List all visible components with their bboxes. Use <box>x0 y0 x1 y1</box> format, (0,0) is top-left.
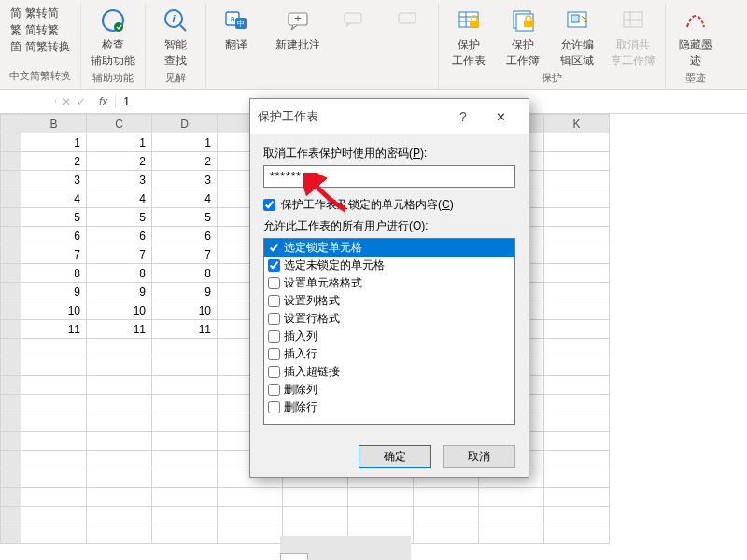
cell[interactable] <box>87 413 152 432</box>
cell[interactable] <box>283 507 348 525</box>
row-header[interactable] <box>1 376 21 395</box>
cell[interactable] <box>21 525 87 544</box>
btn-smart-lookup[interactable]: i 智能 查找 <box>155 6 196 69</box>
cell[interactable]: 7 <box>87 245 152 264</box>
cell[interactable]: 4 <box>87 189 152 208</box>
btn-protect-sheet[interactable]: 保护 工作表 <box>448 6 489 69</box>
cell[interactable]: 11 <box>152 320 218 339</box>
cell[interactable] <box>21 507 87 525</box>
cell[interactable] <box>414 488 479 507</box>
permission-item[interactable]: 设置行格式 <box>264 310 514 328</box>
row-header[interactable] <box>1 507 21 525</box>
cell[interactable] <box>479 507 544 525</box>
cell[interactable] <box>152 395 218 413</box>
cancel-icon[interactable]: ✕ <box>62 95 71 108</box>
cell[interactable]: 6 <box>152 227 218 245</box>
cell[interactable] <box>21 376 87 395</box>
permission-item[interactable]: 选定未锁定的单元格 <box>264 257 514 274</box>
cell[interactable] <box>152 451 218 469</box>
btn-new-comment[interactable]: + 新建批注 <box>275 6 320 53</box>
cell[interactable] <box>544 189 610 208</box>
cell[interactable] <box>152 507 218 525</box>
cell[interactable]: 10 <box>152 301 218 320</box>
cell[interactable] <box>21 488 87 507</box>
cell[interactable]: 6 <box>87 227 152 245</box>
cell[interactable] <box>544 245 610 264</box>
cell[interactable]: 10 <box>21 301 87 320</box>
permission-item[interactable]: 删除列 <box>264 381 514 399</box>
permission-item[interactable]: 设置单元格格式 <box>264 274 514 292</box>
row-header[interactable] <box>1 227 21 245</box>
cell[interactable] <box>87 376 152 395</box>
permission-item[interactable]: 插入超链接 <box>264 363 514 381</box>
cell[interactable]: 9 <box>152 283 218 301</box>
permission-item[interactable]: 删除行 <box>264 399 514 416</box>
cell[interactable] <box>348 488 414 507</box>
row-header[interactable] <box>1 413 21 432</box>
row-header[interactable] <box>1 264 21 283</box>
cell[interactable]: 7 <box>21 245 87 264</box>
cell[interactable]: 3 <box>21 171 87 189</box>
cell[interactable] <box>544 301 610 320</box>
row-header[interactable] <box>1 395 21 413</box>
btn-traditional-simplified[interactable]: 简 繁转简 繁 简转繁 箇 简繁转换 <box>10 6 69 54</box>
cell[interactable]: 2 <box>87 152 152 171</box>
password-input[interactable] <box>263 165 515 188</box>
row-header[interactable] <box>1 339 21 357</box>
cell[interactable]: 11 <box>87 320 152 339</box>
cell[interactable] <box>348 507 414 525</box>
cell[interactable] <box>479 488 544 507</box>
cell[interactable] <box>152 376 218 395</box>
cell[interactable]: 7 <box>152 245 218 264</box>
cell[interactable] <box>87 507 152 525</box>
cell[interactable]: 1 <box>87 133 152 152</box>
cell[interactable] <box>544 152 610 171</box>
cell[interactable] <box>544 227 610 245</box>
help-button[interactable]: ? <box>446 109 480 124</box>
cell[interactable] <box>87 432 152 451</box>
row-header[interactable] <box>1 152 21 171</box>
row-header[interactable] <box>1 133 21 152</box>
cancel-button[interactable]: 取消 <box>443 445 515 468</box>
cell[interactable] <box>544 283 610 301</box>
row-header[interactable] <box>1 283 21 301</box>
permission-item[interactable]: 设置列格式 <box>264 292 514 310</box>
cell[interactable] <box>544 357 610 376</box>
sheet-tab[interactable] <box>280 553 308 560</box>
cell[interactable] <box>544 395 610 413</box>
permission-item[interactable]: 选定锁定单元格 <box>264 239 514 257</box>
column-header[interactable] <box>1 115 21 133</box>
cell[interactable] <box>21 395 87 413</box>
cell[interactable]: 5 <box>87 208 152 227</box>
cell[interactable]: 1 <box>152 133 218 152</box>
cell[interactable] <box>479 525 544 544</box>
name-box[interactable] <box>0 100 56 104</box>
cell[interactable] <box>21 451 87 469</box>
column-header[interactable]: C <box>87 115 152 133</box>
cell[interactable] <box>544 488 610 507</box>
column-header[interactable]: K <box>544 115 610 133</box>
cell[interactable]: 8 <box>87 264 152 283</box>
cell[interactable] <box>152 339 218 357</box>
cell[interactable] <box>218 507 283 525</box>
cell[interactable] <box>21 469 87 488</box>
cell[interactable] <box>21 432 87 451</box>
cell[interactable] <box>544 432 610 451</box>
row-header[interactable] <box>1 171 21 189</box>
row-header[interactable] <box>1 208 21 227</box>
row-header[interactable] <box>1 469 21 488</box>
btn-check-accessibility[interactable]: 检查 辅助功能 <box>91 6 135 69</box>
cell[interactable] <box>544 339 610 357</box>
cell[interactable]: 4 <box>152 189 218 208</box>
cell[interactable]: 10 <box>87 301 152 320</box>
cell[interactable]: 6 <box>21 227 87 245</box>
cell[interactable] <box>21 413 87 432</box>
cell[interactable]: 9 <box>21 283 87 301</box>
cell[interactable] <box>87 525 152 544</box>
cell[interactable]: 1 <box>21 133 87 152</box>
cell[interactable] <box>544 133 610 152</box>
cell[interactable]: 9 <box>87 283 152 301</box>
dialog-titlebar[interactable]: 保护工作表 ? ✕ <box>250 99 529 134</box>
row-header[interactable] <box>1 451 21 469</box>
cell[interactable] <box>544 376 610 395</box>
